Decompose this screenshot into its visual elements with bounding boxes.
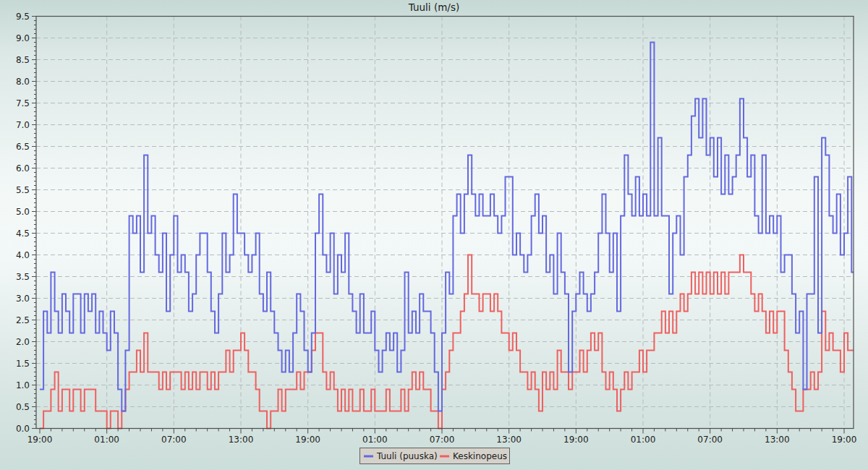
- legend-label: Tuuli (puuska): [376, 451, 438, 461]
- data-series: [40, 43, 854, 429]
- x-tick-label: 13:00: [229, 435, 254, 445]
- x-tick-label: 07:00: [430, 435, 455, 445]
- y-tick-label: 6.5: [16, 142, 30, 152]
- wind-chart-page: 0.00.51.01.52.02.53.03.54.04.55.05.56.06…: [0, 0, 868, 470]
- x-tick-label: 07:00: [697, 435, 723, 445]
- y-tick-label: 7.5: [16, 98, 30, 108]
- y-tick-label: 1.0: [16, 380, 30, 390]
- y-tick-label: 7.0: [16, 120, 30, 130]
- y-tick-label: 0.5: [16, 402, 30, 412]
- y-tick-label: 0.0: [16, 424, 30, 434]
- y-tick-label: 4.5: [16, 228, 30, 239]
- y-tick-label: 5.5: [16, 185, 30, 195]
- x-tick-label: 13:00: [765, 435, 790, 445]
- x-tick-label: 19:00: [563, 435, 589, 445]
- plot-border: [36, 17, 854, 429]
- y-tick-label: 4.0: [16, 250, 30, 260]
- gust-series-line: [40, 43, 854, 411]
- x-tick-label: 01:00: [362, 435, 388, 445]
- y-tick-label: 3.0: [16, 294, 30, 304]
- grid-lines: [36, 17, 854, 429]
- y-tick-label: 8.5: [16, 55, 30, 65]
- axis-labels: 0.00.51.01.52.02.53.03.54.04.55.05.56.06…: [16, 12, 856, 445]
- x-tick-label: 13:00: [496, 435, 522, 445]
- legend-label: Keskinopeus: [453, 451, 507, 461]
- y-tick-label: 3.5: [16, 272, 30, 282]
- y-tick-label: 9.0: [16, 33, 30, 43]
- axis-ticks: [32, 17, 844, 434]
- y-tick-label: 1.5: [16, 359, 30, 369]
- x-tick-label: 07:00: [161, 435, 187, 445]
- x-tick-label: 19:00: [832, 435, 857, 445]
- y-tick-label: 9.5: [16, 12, 30, 22]
- chart-legend: Tuuli (puuska)Keskinopeus: [360, 448, 510, 464]
- y-tick-label: 8.0: [16, 77, 30, 87]
- wind-chart: 0.00.51.01.52.02.53.03.54.04.55.05.56.06…: [0, 0, 868, 470]
- x-tick-label: 19:00: [27, 435, 53, 445]
- y-tick-label: 6.0: [16, 163, 30, 174]
- x-tick-label: 01:00: [94, 435, 119, 445]
- y-tick-label: 2.5: [16, 315, 30, 325]
- y-tick-label: 2.0: [16, 337, 30, 347]
- x-tick-label: 01:00: [631, 435, 656, 445]
- chart-title: Tuuli (m/s): [408, 1, 459, 13]
- y-tick-label: 5.0: [16, 207, 30, 217]
- x-tick-label: 19:00: [295, 435, 320, 445]
